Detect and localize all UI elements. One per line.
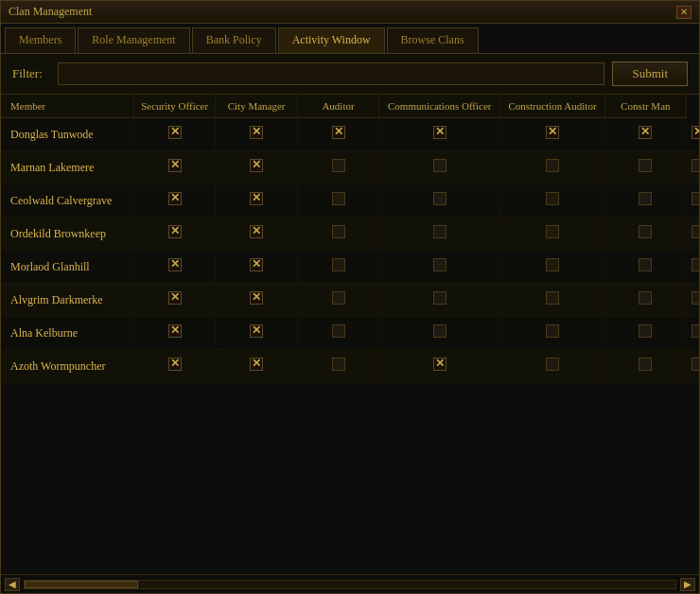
checkbox-construction_manager[interactable] [691, 225, 699, 238]
scroll-track[interactable] [24, 580, 676, 589]
cell-auditor [379, 251, 500, 284]
checkbox-construction_auditor[interactable] [639, 358, 652, 371]
checkbox-security_officer[interactable] [250, 258, 263, 271]
tab-bar: Members Role Management Bank Policy Acti… [1, 24, 699, 54]
checkbox-city_manager[interactable] [332, 291, 345, 305]
role-table: Member Security Officer City Manager Aud… [1, 95, 699, 383]
checkbox-communications_officer[interactable] [546, 358, 559, 371]
col-header-member: Member [1, 95, 133, 118]
cell-construction_manager [687, 184, 699, 218]
cell-construction_auditor [604, 151, 686, 184]
table-row: Morlaod Glanhill [1, 251, 699, 284]
cell-member [133, 350, 215, 383]
checkbox-construction_auditor[interactable] [639, 324, 652, 338]
table-header-row: Member Security Officer City Manager Aud… [1, 95, 699, 118]
checkbox-city_manager[interactable] [332, 225, 345, 238]
checkbox-member[interactable] [168, 126, 182, 139]
checkbox-member[interactable] [168, 258, 182, 271]
checkbox-auditor[interactable] [433, 358, 446, 371]
checkbox-communications_officer[interactable] [546, 258, 559, 271]
checkbox-auditor[interactable] [433, 126, 446, 139]
checkbox-security_officer[interactable] [250, 159, 263, 172]
checkbox-auditor[interactable] [433, 258, 446, 271]
tab-role-management[interactable]: Role Management [78, 27, 189, 53]
checkbox-communications_officer[interactable] [546, 324, 559, 338]
checkbox-construction_auditor[interactable] [639, 258, 652, 271]
member-name: Alvgrim Darkmerke [1, 284, 133, 317]
checkbox-auditor[interactable] [433, 291, 446, 305]
checkbox-security_officer[interactable] [250, 291, 263, 305]
checkbox-communications_officer[interactable] [546, 126, 559, 139]
checkbox-construction_auditor[interactable] [639, 225, 652, 238]
checkbox-member[interactable] [168, 324, 182, 338]
checkbox-city_manager[interactable] [332, 324, 345, 338]
checkbox-city_manager[interactable] [332, 258, 345, 271]
col-header-auditor: Auditor [297, 95, 378, 118]
checkbox-construction_auditor[interactable] [639, 291, 652, 305]
checkbox-auditor[interactable] [433, 225, 446, 238]
checkbox-city_manager[interactable] [332, 192, 345, 205]
checkbox-construction_manager[interactable] [691, 159, 699, 172]
cell-member [133, 218, 215, 251]
cell-construction_auditor [604, 350, 686, 383]
checkbox-construction_manager[interactable] [691, 192, 699, 205]
submit-button[interactable]: Submit [612, 61, 688, 86]
checkbox-security_officer[interactable] [250, 358, 263, 371]
scroll-left-arrow[interactable]: ◀ [5, 578, 20, 591]
checkbox-auditor[interactable] [433, 324, 446, 338]
checkbox-city_manager[interactable] [332, 126, 345, 139]
tab-activity-window[interactable]: Activity Window [278, 27, 385, 53]
checkbox-member[interactable] [168, 291, 182, 305]
checkbox-communications_officer[interactable] [546, 225, 559, 238]
checkbox-construction_manager[interactable] [691, 126, 699, 139]
checkbox-member[interactable] [168, 225, 182, 238]
cell-communications_officer [500, 151, 604, 184]
checkbox-security_officer[interactable] [250, 225, 263, 238]
close-button[interactable]: ✕ [676, 6, 691, 19]
table-scroll[interactable]: Member Security Officer City Manager Aud… [1, 95, 699, 574]
checkbox-construction_auditor[interactable] [639, 192, 652, 205]
checkbox-construction_manager[interactable] [691, 324, 699, 338]
cell-construction_auditor [604, 218, 686, 251]
cell-construction_manager [687, 317, 699, 350]
checkbox-security_officer[interactable] [250, 324, 263, 338]
member-name: Morlaod Glanhill [1, 251, 133, 284]
filter-input[interactable] [58, 62, 604, 85]
checkbox-construction_auditor[interactable] [639, 126, 652, 139]
cell-auditor [379, 317, 500, 350]
cell-member [133, 118, 215, 151]
cell-communications_officer [500, 350, 604, 383]
col-header-construction-manager: Constr Man [604, 95, 686, 118]
checkbox-security_officer[interactable] [250, 126, 263, 139]
checkbox-city_manager[interactable] [332, 159, 345, 172]
checkbox-member[interactable] [168, 192, 182, 205]
scroll-right-arrow[interactable]: ▶ [680, 578, 695, 591]
checkbox-member[interactable] [168, 358, 182, 371]
scroll-thumb[interactable] [25, 581, 138, 588]
member-name: Donglas Tunwode [1, 118, 133, 151]
checkbox-auditor[interactable] [433, 192, 446, 205]
checkbox-construction_manager[interactable] [691, 358, 699, 371]
checkbox-communications_officer[interactable] [546, 192, 559, 205]
checkbox-construction_auditor[interactable] [639, 159, 652, 172]
checkbox-construction_manager[interactable] [691, 258, 699, 271]
checkbox-communications_officer[interactable] [546, 159, 559, 172]
cell-construction_manager [687, 251, 699, 284]
tab-members[interactable]: Members [5, 27, 76, 53]
cell-construction_auditor [604, 118, 686, 151]
cell-communications_officer [500, 184, 604, 218]
cell-security_officer [216, 284, 297, 317]
checkbox-security_officer[interactable] [250, 192, 263, 205]
cell-auditor [379, 184, 500, 218]
checkbox-member[interactable] [168, 159, 182, 172]
tab-browse-clans[interactable]: Browse Clans [387, 27, 479, 53]
checkbox-city_manager[interactable] [332, 358, 345, 371]
cell-security_officer [216, 151, 297, 184]
cell-city_manager [297, 317, 378, 350]
table-row: Alna Kelburne [1, 317, 699, 350]
checkbox-auditor[interactable] [433, 159, 446, 172]
tab-bank-policy[interactable]: Bank Policy [192, 27, 276, 53]
checkbox-communications_officer[interactable] [546, 291, 559, 305]
checkbox-construction_manager[interactable] [691, 291, 699, 305]
cell-city_manager [297, 184, 378, 218]
